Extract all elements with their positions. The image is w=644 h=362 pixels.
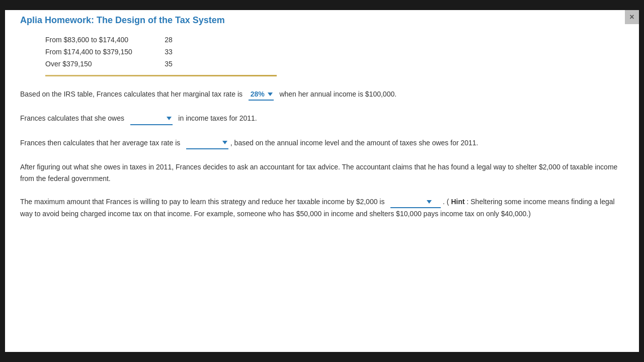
page-title: Aplia Homework: The Design of the Tax Sy… — [20, 15, 624, 26]
paragraph5-before: The maximum amount that Frances is willi… — [20, 198, 384, 206]
paragraph-accountant: After figuring out what she owes in taxe… — [20, 161, 624, 184]
table-row: From $174,400 to $379,150 33 — [45, 46, 173, 58]
table-cell-rate: 35 — [152, 58, 173, 70]
paragraph-marginal-rate: Based on the IRS table, Frances calculat… — [20, 88, 624, 101]
marginal-rate-value: 28% — [249, 88, 267, 100]
max-amount-dropdown[interactable] — [390, 196, 441, 208]
paragraph-owes: Frances calculates that she owes in inco… — [20, 113, 624, 125]
paragraph5-after: . ( — [443, 198, 449, 206]
modal-container: × Aplia Homework: The Design of the Tax … — [5, 10, 639, 352]
average-rate-dropdown[interactable] — [186, 137, 228, 149]
dropdown-arrow-icon — [222, 141, 227, 144]
paragraph1-before: Based on the IRS table, Frances calculat… — [20, 90, 243, 98]
average-rate-value — [186, 137, 221, 148]
table-row: From $83,600 to $174,400 28 — [45, 34, 173, 46]
paragraph3-before: Frances then calculates that her average… — [20, 139, 180, 147]
table-cell-range: From $83,600 to $174,400 — [45, 34, 152, 46]
owes-value — [130, 113, 166, 124]
paragraph3-after: , based on the annual income level and t… — [230, 139, 478, 147]
table-divider — [45, 75, 277, 76]
paragraph2-before: Frances calculates that she owes — [20, 114, 124, 122]
max-amount-value — [390, 196, 426, 207]
owes-dropdown[interactable] — [130, 113, 173, 125]
paragraph1-after: when her annual income is $100,000. — [279, 90, 396, 98]
table-cell-range: From $174,400 to $379,150 — [45, 46, 152, 58]
marginal-rate-dropdown[interactable]: 28% — [249, 88, 274, 101]
tax-table: From $83,600 to $174,400 28 From $174,40… — [45, 34, 173, 70]
paragraph2-after: in income taxes for 2011. — [178, 114, 257, 122]
table-cell-range: Over $379,150 — [45, 58, 152, 70]
paragraph-average-rate: Frances then calculates that her average… — [20, 137, 624, 149]
hint-label: Hint — [451, 198, 464, 206]
dropdown-arrow-icon — [427, 200, 432, 204]
dropdown-arrow-icon — [268, 93, 273, 96]
table-cell-rate: 28 — [152, 34, 173, 46]
table-row: Over $379,150 35 — [45, 58, 173, 70]
paragraph4-text: After figuring out what she owes in taxe… — [20, 163, 617, 182]
close-icon: × — [629, 13, 634, 22]
paragraph-maximum-amount: The maximum amount that Frances is willi… — [20, 196, 624, 220]
table-cell-rate: 33 — [152, 46, 173, 58]
close-button[interactable]: × — [625, 10, 639, 24]
dropdown-arrow-icon — [167, 117, 172, 120]
outer-wrapper: × Aplia Homework: The Design of the Tax … — [0, 0, 644, 362]
content-area: Aplia Homework: The Design of the Tax Sy… — [5, 10, 639, 352]
